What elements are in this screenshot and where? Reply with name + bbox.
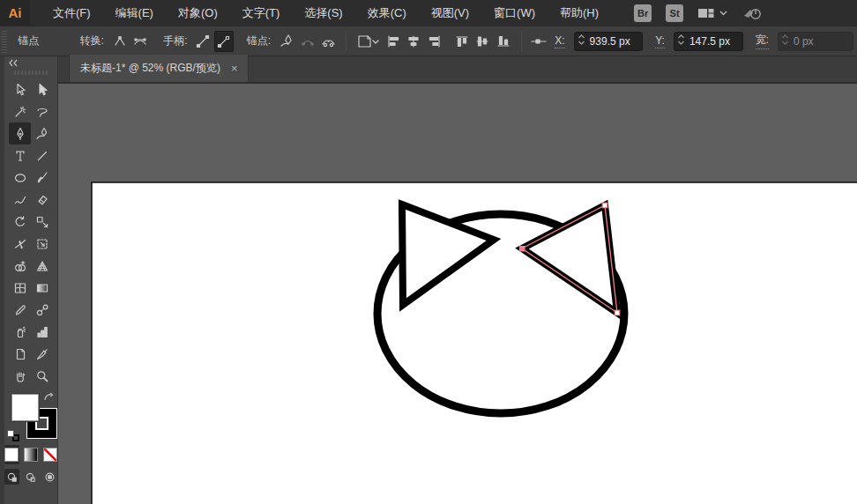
y-spinner[interactable] (677, 33, 685, 49)
color-button[interactable] (4, 445, 19, 464)
y-label[interactable]: Y: (655, 34, 665, 48)
align-left-button[interactable] (384, 31, 403, 52)
selection-tool[interactable] (9, 78, 31, 100)
draw-inside-button[interactable] (42, 469, 57, 485)
align-bottom-button[interactable] (494, 31, 513, 52)
shaper-tool[interactable] (9, 189, 31, 211)
curvature-tool[interactable] (31, 122, 53, 145)
width-field[interactable]: 0 px (778, 32, 853, 51)
collapse-panel-icon[interactable] (8, 59, 19, 67)
symbol-sprayer-tool[interactable] (9, 321, 31, 343)
document-tab-bar: 未标题-1* @ 52% (RGB/预览) × (58, 56, 857, 84)
chevron-down-icon (719, 11, 727, 16)
x-spinner[interactable] (578, 33, 585, 49)
align-to-artboard-button[interactable] (354, 31, 382, 52)
direct-selection-tool[interactable] (31, 78, 53, 100)
x-label[interactable]: X: (555, 34, 564, 48)
menu-window[interactable]: 窗口(W) (481, 0, 548, 26)
magic-wand-tool[interactable] (9, 100, 31, 122)
remove-anchor-button[interactable] (277, 31, 296, 52)
slice-tool[interactable] (31, 343, 53, 365)
paintbrush-tool[interactable] (31, 167, 53, 189)
document-tab[interactable]: 未标题-1* @ 52% (RGB/预览) × (69, 55, 249, 82)
stock-button[interactable]: St (666, 4, 683, 22)
hide-handles-button[interactable] (214, 31, 234, 52)
menu-view[interactable]: 视图(V) (419, 0, 481, 26)
lasso-tool[interactable] (31, 100, 53, 122)
pen-tool[interactable] (9, 122, 31, 145)
width-label[interactable]: 宽: (756, 33, 769, 49)
anchor-point-indicator-icon (530, 31, 549, 52)
menu-type[interactable]: 文字(T) (230, 0, 293, 26)
gpu-performance-icon[interactable] (741, 5, 763, 21)
toolbox-grip[interactable] (14, 70, 48, 75)
draw-behind-button[interactable] (23, 469, 38, 485)
separator (346, 31, 347, 52)
column-graph-tool[interactable] (31, 321, 53, 343)
align-right-button[interactable] (425, 31, 444, 52)
scale-tool[interactable] (31, 211, 53, 233)
y-coordinate-field[interactable]: 147.5 px (674, 32, 743, 51)
anchor-points-label: 锚点: (247, 33, 271, 48)
zoom-tool[interactable] (31, 365, 53, 387)
cut-path-button[interactable] (318, 31, 338, 52)
menu-object[interactable]: 对象(O) (166, 0, 230, 26)
workspace-layout-icon (697, 7, 715, 19)
illustrator-logo-icon[interactable]: Ai (0, 0, 30, 26)
eyedropper-tool[interactable] (9, 299, 31, 321)
canvas-area[interactable] (58, 84, 857, 504)
menu-bar: Ai 文件(F) 编辑(E) 对象(O) 文字(T) 选择(S) 效果(C) 视… (0, 0, 857, 26)
menu-file[interactable]: 文件(F) (41, 0, 103, 26)
artboard-tool[interactable] (9, 343, 31, 365)
anchor-point[interactable] (615, 310, 620, 315)
x-coordinate-field[interactable]: 939.5 px (574, 32, 644, 51)
tab-close-icon[interactable]: × (231, 63, 238, 74)
convert-label: 转换: (80, 33, 104, 48)
gradient-button[interactable] (24, 445, 39, 464)
draw-normal-button[interactable] (4, 469, 19, 485)
ellipse-tool[interactable] (9, 167, 31, 189)
bridge-button[interactable]: Br (634, 4, 652, 22)
blend-tool[interactable] (31, 299, 53, 321)
illustrator-window: Ai 文件(F) 编辑(E) 对象(O) 文字(T) 选择(S) 效果(C) 视… (0, 0, 857, 504)
eraser-tool[interactable] (31, 189, 53, 211)
control-bar: 锚点 转换: 手柄: 锚点: (0, 26, 857, 56)
align-h-center-button[interactable] (404, 31, 423, 52)
convert-to-corner-button[interactable] (110, 31, 130, 52)
anchor-point[interactable] (602, 203, 607, 208)
shape-builder-tool[interactable] (9, 255, 31, 277)
free-transform-tool[interactable] (31, 233, 53, 255)
menu-items: 文件(F) 编辑(E) 对象(O) 文字(T) 选择(S) 效果(C) 视图(V… (41, 0, 611, 26)
hand-tool[interactable] (9, 365, 31, 387)
width-tool[interactable] (9, 233, 31, 255)
color-type-row (4, 445, 57, 464)
default-fill-stroke-icon[interactable] (7, 430, 19, 441)
panel-title: 锚点 (18, 33, 39, 48)
mesh-tool[interactable] (9, 277, 31, 299)
swap-fill-stroke-icon[interactable] (43, 392, 55, 403)
align-v-center-button[interactable] (473, 31, 492, 52)
control-bar-grip[interactable] (2, 30, 7, 53)
rotate-tool[interactable] (9, 211, 31, 233)
menu-edit[interactable]: 编辑(E) (103, 0, 166, 26)
convert-to-smooth-button[interactable] (131, 31, 151, 52)
workspace-switcher[interactable] (697, 7, 727, 19)
gradient-tool[interactable] (31, 277, 53, 299)
type-tool[interactable] (9, 145, 31, 167)
document-tab-title: 未标题-1* @ 52% (RGB/预览) (80, 61, 220, 76)
y-value[interactable]: 147.5 px (689, 35, 730, 48)
x-value[interactable]: 939.5 px (590, 35, 630, 48)
menubar-right-tools: Br St (634, 4, 763, 22)
align-top-button[interactable] (452, 31, 472, 52)
menu-help[interactable]: 帮助(H) (548, 0, 611, 26)
separator (521, 31, 522, 52)
line-segment-tool[interactable] (31, 145, 53, 167)
menu-select[interactable]: 选择(S) (292, 0, 354, 26)
menu-effect[interactable]: 效果(C) (355, 0, 419, 26)
connect-endpoints-button[interactable] (298, 31, 317, 52)
none-button[interactable] (42, 445, 57, 464)
anchor-point-selected[interactable] (519, 246, 525, 252)
show-handles-button[interactable] (194, 31, 213, 52)
fill-color-swatch[interactable] (11, 394, 39, 421)
perspective-grid-tool[interactable] (31, 255, 53, 277)
